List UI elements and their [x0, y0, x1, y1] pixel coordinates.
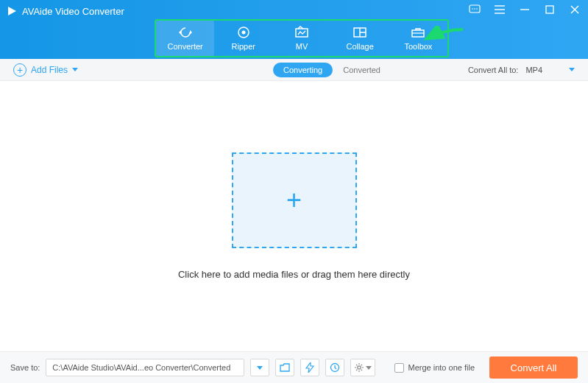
high-speed-button[interactable]: [325, 359, 344, 376]
svg-rect-9: [546, 6, 553, 13]
tab-label: Ripper: [232, 42, 255, 51]
app-title: AVAide Video Converter: [6, 5, 124, 17]
window-controls: [469, 4, 581, 15]
add-files-label: Add Files: [31, 65, 68, 75]
svg-marker-23: [306, 362, 314, 373]
add-files-button[interactable]: + Add Files: [13, 63, 78, 77]
chevron-down-icon: [72, 68, 78, 71]
tab-label: MV: [296, 42, 308, 51]
tab-mv[interactable]: MV: [272, 21, 330, 56]
close-icon[interactable]: [569, 4, 581, 15]
gear-icon: [354, 362, 364, 373]
maximize-icon[interactable]: [544, 4, 556, 15]
toolbox-icon: [410, 26, 426, 39]
speed-icon: [330, 362, 340, 373]
bolt-icon: [305, 362, 314, 373]
add-media-dropzone[interactable]: +: [232, 152, 357, 248]
convert-all-to-label: Convert All to:: [468, 66, 518, 74]
chevron-down-icon: [569, 68, 575, 71]
chevron-down-icon: [366, 366, 372, 370]
svg-marker-13: [179, 30, 181, 35]
dropzone-hint: Click here to add media files or drag th…: [178, 269, 410, 280]
format-value: MP4: [525, 66, 542, 74]
svg-point-2: [472, 8, 473, 10]
save-path-field[interactable]: C:\AVAide Studio\AVAid...eo Converter\Co…: [46, 359, 244, 376]
save-path-value: C:\AVAide Studio\AVAid...eo Converter\Co…: [52, 363, 230, 372]
collage-icon: [352, 26, 368, 39]
tab-ripper[interactable]: Ripper: [214, 21, 272, 56]
tab-converter[interactable]: Converter: [156, 21, 214, 56]
main-tabs: Converter Ripper MV Collage Toolbox: [155, 19, 449, 57]
mv-icon: [294, 26, 310, 39]
plus-circle-icon: +: [13, 63, 26, 77]
chevron-down-icon: [257, 366, 263, 370]
svg-point-25: [358, 366, 361, 369]
tab-label: Collage: [347, 42, 374, 51]
settings-button[interactable]: [350, 359, 375, 376]
subheader: + Add Files Converting Converted Convert…: [0, 59, 588, 81]
tab-label: Toolbox: [404, 42, 432, 51]
svg-point-15: [241, 31, 245, 35]
svg-point-3: [474, 8, 475, 10]
output-format-select[interactable]: MP4: [525, 66, 575, 74]
seg-converted[interactable]: Converted: [333, 63, 391, 77]
feedback-icon[interactable]: [469, 4, 481, 15]
merge-label: Merge into one file: [408, 363, 475, 372]
app-title-text: AVAide Video Converter: [22, 6, 124, 17]
tab-label: Converter: [167, 42, 202, 51]
tab-collage[interactable]: Collage: [331, 21, 389, 56]
converter-icon: [177, 26, 194, 39]
gpu-accel-button[interactable]: [300, 359, 319, 376]
main-content: + Click here to add media files or drag …: [0, 81, 588, 351]
app-header: AVAide Video Converter Converter: [0, 0, 588, 59]
open-folder-button[interactable]: [275, 359, 294, 376]
seg-converting[interactable]: Converting: [273, 63, 333, 77]
svg-point-4: [476, 8, 478, 10]
tab-toolbox[interactable]: Toolbox: [389, 21, 447, 56]
menu-icon[interactable]: [494, 4, 506, 15]
footer: Save to: C:\AVAide Studio\AVAid...eo Con…: [0, 351, 588, 383]
status-segmented: Converting Converted: [273, 63, 391, 77]
convert-all-to: Convert All to: MP4: [468, 66, 575, 74]
save-to-label: Save to:: [10, 363, 40, 372]
svg-marker-12: [190, 30, 192, 35]
svg-marker-0: [8, 7, 16, 15]
minimize-icon[interactable]: [519, 4, 531, 15]
plus-icon: +: [286, 185, 302, 216]
checkbox-icon: [394, 363, 404, 373]
folder-icon: [280, 363, 290, 372]
ripper-icon: [235, 26, 252, 39]
convert-all-button[interactable]: Convert All: [489, 356, 578, 379]
merge-checkbox[interactable]: Merge into one file: [394, 363, 475, 373]
app-logo-icon: [6, 5, 18, 17]
path-dropdown-button[interactable]: [250, 359, 269, 376]
